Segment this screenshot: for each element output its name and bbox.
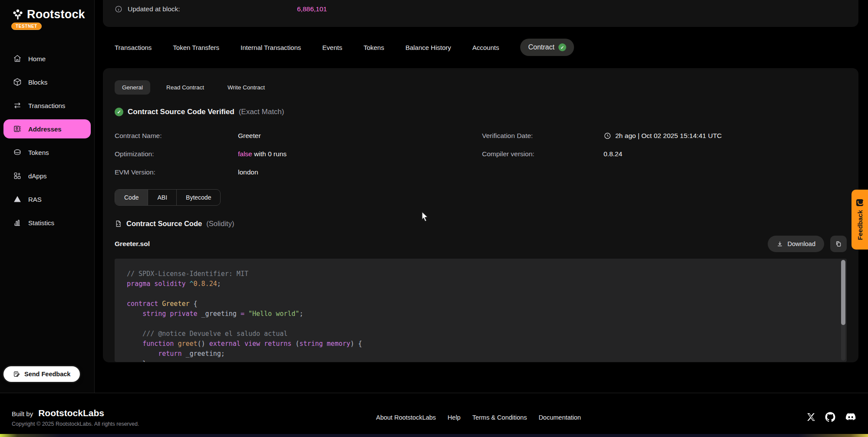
code-scrollbar-thumb[interactable] (841, 260, 845, 325)
tab-balance-history[interactable]: Balance History (406, 44, 451, 51)
tab-transactions[interactable]: Transactions (115, 44, 152, 51)
testnet-badge: TESTNET (11, 23, 42, 30)
link-terms-conditions[interactable]: Terms & Conditions (472, 414, 527, 421)
sidebar-item-statistics[interactable]: Statistics (3, 213, 91, 232)
contract-subtabs: General Read Contract Write Contract (115, 80, 847, 95)
verified-check-icon: ✓ (558, 43, 566, 51)
sidebar-item-label: Statistics (28, 219, 54, 227)
copy-icon (835, 240, 842, 247)
tab-tokens[interactable]: Tokens (363, 44, 384, 51)
evm-version-value: london (238, 168, 482, 176)
rootstock-logo[interactable]: Rootstock (11, 8, 85, 21)
sidebar-item-blocks[interactable]: Blocks (3, 72, 91, 92)
coin-icon (13, 148, 22, 157)
source-code-title: Contract Source Code (126, 220, 202, 228)
download-label: Download (788, 240, 816, 247)
rootstock-explorer-app: Rootstock TESTNET Home Blocks Transactio… (0, 0, 868, 437)
arrows-swap-icon (13, 101, 22, 110)
link-documentation[interactable]: Documentation (538, 414, 581, 421)
code-scrollbar[interactable] (841, 260, 845, 361)
block-number-link[interactable]: 6,886,101 (297, 5, 327, 13)
send-feedback-label: Send Feedback (24, 371, 70, 378)
compiler-version-value: 0.8.24 (604, 150, 847, 158)
social-links (806, 411, 856, 423)
dapps-grid-icon (13, 171, 22, 180)
x-twitter-icon[interactable] (806, 412, 816, 422)
link-about-rootstocklabs[interactable]: About RootstockLabs (376, 414, 436, 421)
segment-abi[interactable]: ABI (148, 190, 176, 205)
tab-internal-transactions[interactable]: Internal Transactions (241, 44, 301, 51)
tab-contract[interactable]: Contract ✓ (520, 39, 574, 56)
rootstocklabs-link[interactable]: RootstockLabs (38, 408, 104, 418)
send-feedback-button[interactable]: Send Feedback (3, 366, 80, 382)
tab-token-transfers[interactable]: Token Transfers (173, 44, 219, 51)
updated-at-block-label: Updated at block: (128, 5, 180, 13)
feedback-tab-label: Feedback (856, 210, 864, 240)
download-icon (776, 240, 783, 247)
rootstock-logo-icon (11, 8, 24, 21)
contract-name-label: Contract Name: (115, 132, 238, 140)
sidebar-item-label: Home (28, 55, 46, 62)
tab-contract-label: Contract (528, 43, 554, 51)
feedback-side-tab[interactable]: Feedback (851, 190, 868, 250)
verification-date-label: Verification Date: (482, 132, 604, 140)
built-by-label: Built by (12, 410, 33, 417)
github-icon[interactable] (825, 412, 835, 422)
bar-chart-icon (13, 218, 22, 227)
footer-links: About RootstockLabs Help Terms & Conditi… (376, 414, 581, 421)
status-topbar: Updated at block: 6,886,101 (103, 0, 858, 27)
segment-bytecode[interactable]: Bytecode (176, 190, 220, 205)
home-icon (13, 54, 22, 63)
optimization-label: Optimization: (115, 150, 238, 158)
source-file-actions: Download (768, 236, 847, 252)
sidebar-item-label: Addresses (28, 125, 62, 133)
file-icon (115, 220, 122, 227)
sidebar-item-label: Blocks (28, 79, 47, 86)
source-file-name: Greeter.sol (115, 240, 150, 248)
built-by: Built by RootstockLabs (12, 408, 104, 418)
tab-events[interactable]: Events (322, 44, 342, 51)
download-button[interactable]: Download (768, 236, 825, 252)
brand-name: Rootstock (27, 8, 85, 21)
discord-icon[interactable] (845, 411, 856, 423)
source-code-viewer: // SPDX-License-Identifier: MITpragma so… (115, 259, 847, 362)
bottom-accent-bar (0, 434, 868, 437)
sidebar-item-label: dApps (28, 172, 47, 180)
triangle-icon (13, 195, 22, 204)
footer: Built by RootstockLabs Copyright © 2025 … (0, 393, 868, 434)
sidebar-item-tokens[interactable]: Tokens (3, 143, 91, 162)
code-view-switcher: Code ABI Bytecode (115, 189, 221, 206)
sidebar-item-addresses[interactable]: Addresses (3, 119, 91, 138)
sidebar: Rootstock TESTNET Home Blocks Transactio… (0, 0, 95, 393)
info-icon (115, 5, 122, 13)
clock-icon (604, 132, 611, 140)
subtab-general[interactable]: General (115, 80, 150, 95)
contract-panel: General Read Contract Write Contract ✓ C… (103, 68, 858, 362)
verified-banner: ✓ Contract Source Code Verified (Exact M… (115, 108, 847, 116)
verified-suffix: (Exact Match) (239, 108, 284, 116)
compiler-version-label: Compiler version: (482, 150, 604, 158)
sidebar-item-label: Transactions (28, 102, 65, 109)
subtab-write-contract[interactable]: Write Contract (220, 80, 272, 95)
copy-source-button[interactable] (830, 236, 847, 252)
segment-code[interactable]: Code (115, 190, 148, 205)
address-card-icon (13, 125, 22, 133)
copyright-text: Copyright © 2025 RootstockLabs. All righ… (12, 421, 139, 427)
evm-version-label: EVM Version: (115, 168, 238, 176)
subtab-read-contract[interactable]: Read Contract (159, 80, 211, 95)
sidebar-nav: Home Blocks Transactions Addresses Token… (3, 49, 91, 237)
sidebar-item-dapps[interactable]: dApps (3, 166, 91, 185)
source-code-text: // SPDX-License-Identifier: MITpragma so… (127, 269, 829, 362)
verified-check-icon: ✓ (115, 108, 123, 116)
contract-details: Contract Name: Greeter Verification Date… (115, 127, 847, 181)
sidebar-item-home[interactable]: Home (3, 49, 91, 68)
contract-name-value: Greeter (238, 132, 482, 140)
cube-icon (13, 78, 22, 86)
tab-accounts[interactable]: Accounts (472, 44, 499, 51)
verification-date-value: 2h ago | Oct 02 2025 15:14:41 UTC (604, 132, 847, 140)
sidebar-item-label: RAS (28, 196, 42, 203)
sidebar-item-transactions[interactable]: Transactions (3, 96, 91, 115)
sidebar-item-ras[interactable]: RAS (3, 190, 91, 209)
link-help[interactable]: Help (448, 414, 461, 421)
optimization-value: false with 0 runs (238, 150, 482, 158)
